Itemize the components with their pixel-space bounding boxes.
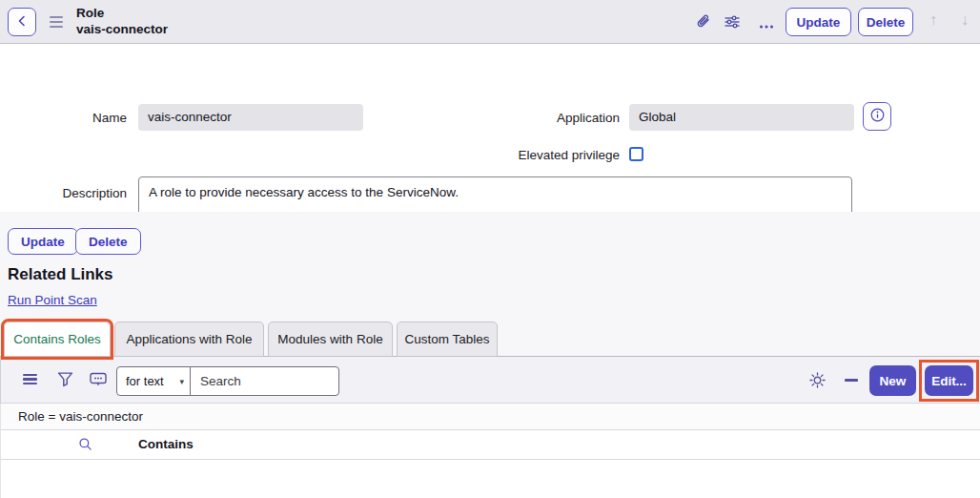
next-record-icon[interactable]: ↓	[961, 11, 969, 29]
name-field[interactable]: vais-connector	[138, 104, 363, 131]
run-point-scan-link[interactable]: Run Point Scan	[8, 293, 97, 307]
column-search-icon[interactable]	[78, 437, 92, 455]
back-button[interactable]	[8, 8, 36, 36]
search-type-value: for text	[126, 374, 164, 388]
more-options-icon[interactable]	[759, 17, 774, 34]
search-type-select[interactable]: for text ▾	[116, 366, 191, 396]
minimize-list-icon[interactable]	[845, 379, 858, 382]
chat-icon[interactable]	[90, 372, 107, 391]
column-header-contains[interactable]: Contains	[138, 437, 194, 451]
header-update-button[interactable]: Update	[786, 8, 851, 36]
record-title-block: Role vais-connector	[76, 6, 168, 37]
previous-record-icon[interactable]: ↑	[929, 11, 937, 29]
name-label: Name	[0, 111, 127, 125]
role-form: Name vais-connector Application Global E…	[0, 44, 980, 212]
tab-applications-with-role[interactable]: Applications with Role	[114, 322, 264, 357]
elevated-privilege-checkbox[interactable]	[629, 147, 643, 161]
chevron-left-icon	[16, 13, 28, 31]
description-label: Description	[0, 186, 127, 200]
breadcrumb[interactable]: Role = vais-connector	[0, 404, 980, 430]
context-menu-icon[interactable]	[50, 16, 63, 28]
record-name-title: vais-connector	[76, 22, 168, 38]
tab-modules-with-role[interactable]: Modules with Role	[268, 322, 393, 357]
elevated-privilege-label: Elevated privilege	[458, 148, 620, 162]
header-delete-button[interactable]: Delete	[858, 8, 913, 36]
list-search-input[interactable]	[190, 366, 339, 396]
filter-icon[interactable]	[57, 371, 73, 391]
application-info-button[interactable]	[863, 102, 891, 131]
footer-delete-button[interactable]: Delete	[75, 228, 141, 255]
application-field[interactable]: Global	[629, 104, 854, 131]
attachment-icon[interactable]	[695, 13, 711, 33]
related-links-heading: Related Links	[8, 265, 113, 284]
list-settings-gear-icon[interactable]	[808, 371, 827, 393]
tab-custom-tables[interactable]: Custom Tables	[397, 322, 498, 357]
application-label: Application	[458, 111, 620, 125]
list-body	[0, 460, 980, 498]
new-button[interactable]: New	[869, 365, 916, 396]
info-icon	[870, 108, 885, 126]
tab-contains-roles[interactable]: Contains Roles	[4, 322, 111, 357]
caret-down-icon: ▾	[179, 377, 184, 386]
list-menu-icon[interactable]	[23, 374, 37, 384]
personalize-form-icon[interactable]	[724, 13, 741, 34]
record-header: Role vais-connector Update Delete ↑ ↓	[0, 0, 980, 44]
edit-button[interactable]: Edit...	[925, 365, 973, 396]
footer-update-button[interactable]: Update	[8, 228, 78, 255]
role-record-page: Role vais-connector Update Delete ↑ ↓ Na…	[0, 0, 980, 498]
record-type-title: Role	[76, 6, 168, 22]
breadcrumb-text: Role = vais-connector	[18, 409, 143, 424]
